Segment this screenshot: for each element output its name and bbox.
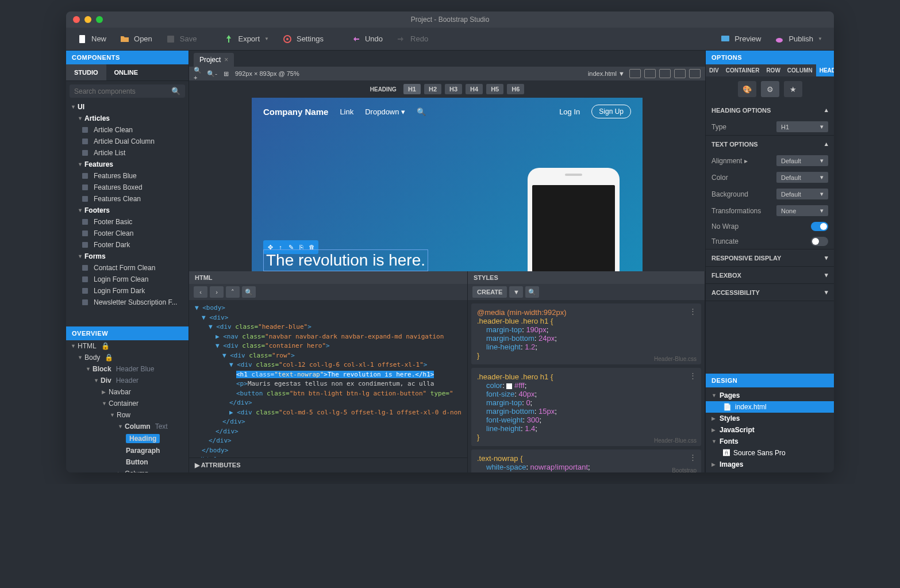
zoom-in-icon[interactable]: 🔍+	[194, 69, 203, 78]
file-dropdown[interactable]: index.html ▼	[588, 70, 625, 77]
styles-search-icon[interactable]: 🔍	[525, 286, 539, 298]
overview-body[interactable]: ▼Body 🔒	[66, 352, 189, 363]
redo-button[interactable]: Redo	[391, 31, 434, 47]
responsive-header[interactable]: RESPONSIVE DISPLAY▾	[706, 249, 834, 266]
overview-block[interactable]: ▼BlockHeader Blue	[66, 363, 189, 375]
preview-button[interactable]: Preview	[715, 31, 767, 47]
articles-category[interactable]: ▼Articles	[66, 113, 189, 124]
alignment-select[interactable]: Default▾	[776, 155, 828, 166]
canvas[interactable]: Company Name Link Dropdown ▾ 🔍 Log In Si…	[252, 98, 643, 271]
design-pages[interactable]: ▼Pages	[706, 390, 834, 401]
device-laptop-icon[interactable]	[674, 69, 686, 78]
overview-column-2[interactable]: ▶Column	[66, 468, 189, 472]
component-item[interactable]: Footer Clean	[66, 228, 189, 239]
css-rule[interactable]: ⋮ .text-nowrap { white-space: nowrap!imp…	[471, 449, 701, 472]
features-category[interactable]: ▼Features	[66, 159, 189, 170]
component-item[interactable]: Features Clean	[66, 193, 189, 205]
transformations-select[interactable]: None▾	[776, 205, 828, 216]
component-item[interactable]: Login Form Dark	[66, 285, 189, 297]
device-mobile-icon[interactable]	[629, 69, 641, 78]
crumb-div[interactable]: DIV	[706, 64, 722, 76]
crumb-heading[interactable]: HEADING	[816, 64, 834, 76]
component-item[interactable]: Login Form Clean	[66, 274, 189, 285]
component-item[interactable]: Article Clean	[66, 124, 189, 136]
nav-up-icon[interactable]: ˄	[226, 286, 240, 298]
css-rule[interactable]: ⋮ @media (min-width:992px) .header-blue …	[471, 303, 701, 364]
design-images[interactable]: ▶Images	[706, 459, 834, 470]
overview-html[interactable]: ▼HTML 🔒	[66, 340, 189, 352]
online-tab[interactable]: ONLINE	[106, 64, 147, 80]
nav-back-icon[interactable]: ‹	[194, 286, 207, 298]
component-item[interactable]: Footer Basic	[66, 216, 189, 228]
canvas-hero-h1[interactable]: The revolution is here.	[263, 249, 428, 271]
overview-paragraph[interactable]: Paragraph	[66, 445, 189, 456]
text-options-header[interactable]: TEXT OPTIONS▴	[706, 136, 834, 152]
design-fonts[interactable]: ▼Fonts	[706, 436, 834, 447]
h3-button[interactable]: H3	[445, 84, 462, 94]
h2-button[interactable]: H2	[424, 84, 441, 94]
accessibility-header[interactable]: ACCESSIBILITY▾	[706, 284, 834, 301]
design-font-item[interactable]: 🅰 Source Sans Pro	[706, 447, 834, 459]
animation-tab-icon[interactable]: ★	[784, 81, 802, 97]
undo-button[interactable]: Undo	[345, 31, 389, 47]
component-item[interactable]: Footer Dark	[66, 239, 189, 251]
search-input[interactable]	[74, 87, 171, 95]
new-button[interactable]: New	[72, 31, 112, 47]
h6-button[interactable]: H6	[507, 84, 524, 94]
crumb-row[interactable]: ROW	[763, 64, 783, 76]
open-button[interactable]: Open	[114, 31, 158, 47]
settings-button[interactable]: Settings	[277, 31, 329, 47]
html-code[interactable]: ▼ <body> ▼ <div> ▼ <div class="header-bl…	[189, 300, 467, 458]
file-tab-project[interactable]: Project×	[194, 53, 234, 67]
create-style-button[interactable]: CREATE	[472, 286, 507, 298]
component-item[interactable]: Features Blue	[66, 170, 189, 182]
minimize-window-icon[interactable]	[84, 16, 91, 23]
ui-category[interactable]: ▼UI	[66, 101, 189, 113]
rule-menu-icon[interactable]: ⋮	[689, 307, 697, 316]
create-dropdown-icon[interactable]: ▼	[509, 286, 523, 298]
search-components[interactable]: 🔍	[70, 84, 185, 98]
zoom-out-icon[interactable]: 🔍-	[207, 69, 217, 78]
save-button[interactable]: Save	[160, 31, 203, 47]
design-styles[interactable]: ▶Styles	[706, 413, 834, 424]
crumb-container[interactable]: CONTAINER	[722, 64, 763, 76]
device-desktop-icon[interactable]	[689, 69, 701, 78]
fit-icon[interactable]: ⊞	[221, 69, 230, 78]
component-item[interactable]: Article Dual Column	[66, 136, 189, 147]
maximize-window-icon[interactable]	[96, 16, 103, 23]
nowrap-toggle[interactable]	[811, 222, 828, 231]
publish-button[interactable]: Publish▼	[769, 31, 828, 47]
crumb-column[interactable]: COLUMN	[784, 64, 816, 76]
flexbox-header[interactable]: FLEXBOX▾	[706, 267, 834, 283]
background-select[interactable]: Default▾	[776, 189, 828, 199]
component-item[interactable]: Newsletter Subscription F...	[66, 297, 189, 308]
rule-menu-icon[interactable]: ⋮	[689, 453, 697, 462]
heading-options-header[interactable]: HEADING OPTIONS▴	[706, 102, 834, 118]
close-window-icon[interactable]	[73, 16, 80, 23]
overview-container[interactable]: ▼Container	[66, 398, 189, 409]
rule-menu-icon[interactable]: ⋮	[689, 371, 697, 380]
styles-body[interactable]: ⋮ @media (min-width:992px) .header-blue …	[468, 300, 705, 472]
component-item[interactable]: Contact Form Clean	[66, 262, 189, 274]
truncate-toggle[interactable]	[811, 237, 828, 246]
forms-category[interactable]: ▼Forms	[66, 251, 189, 262]
component-item[interactable]: Article List	[66, 147, 189, 159]
type-select[interactable]: H1▾	[776, 121, 828, 132]
component-item[interactable]: Features Boxed	[66, 182, 189, 193]
h5-button[interactable]: H5	[486, 84, 503, 94]
device-tablet-wide-icon[interactable]	[659, 69, 671, 78]
device-tablet-icon[interactable]	[644, 69, 656, 78]
close-tab-icon[interactable]: ×	[224, 56, 228, 64]
h4-button[interactable]: H4	[466, 84, 483, 94]
options-tab-icon[interactable]: ⚙	[761, 81, 779, 97]
overview-button[interactable]: Button	[66, 456, 189, 468]
appearance-tab-icon[interactable]: 🎨	[738, 81, 756, 97]
css-rule[interactable]: ⋮ .header-blue .hero h1 { color: #fff; f…	[471, 368, 701, 446]
overview-column[interactable]: ▼ColumnText	[66, 421, 189, 432]
overview-heading[interactable]: Heading	[66, 432, 189, 445]
nav-fwd-icon[interactable]: ›	[210, 286, 224, 298]
attributes-header[interactable]: ▶ ATTRIBUTES	[189, 458, 467, 472]
html-search-icon[interactable]: 🔍	[242, 286, 256, 298]
studio-tab[interactable]: STUDIO	[66, 64, 106, 80]
overview-div[interactable]: ▼DivHeader	[66, 375, 189, 386]
